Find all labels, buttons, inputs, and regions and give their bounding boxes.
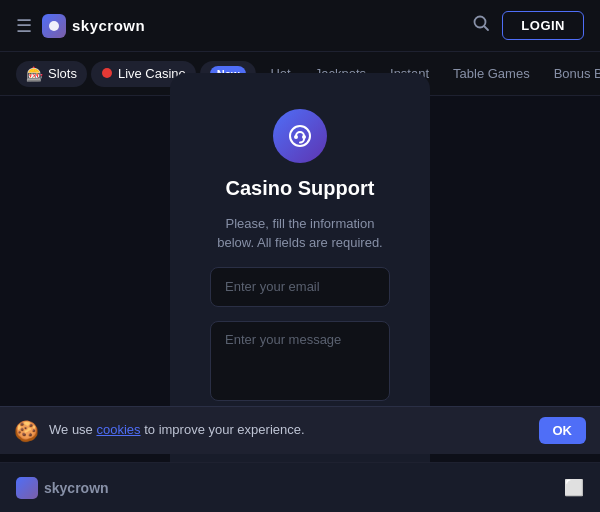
live-casino-icon (101, 66, 113, 82)
slots-icon: 🎰 (26, 66, 43, 82)
svg-point-3 (102, 68, 112, 78)
search-icon[interactable] (472, 14, 490, 37)
cookie-text: We use cookies to improve your experienc… (49, 421, 529, 439)
nav-label-table-games: Table Games (453, 66, 530, 81)
footer-icon: ⬜ (564, 478, 584, 497)
nav-item-table-games[interactable]: Table Games (443, 61, 540, 86)
svg-point-5 (294, 135, 298, 139)
support-title: Casino Support (226, 177, 375, 200)
support-icon (273, 109, 327, 163)
footer-logo-icon (16, 477, 38, 499)
logo-text: skycrown (72, 17, 145, 34)
logo: skycrown (42, 14, 145, 38)
ok-button[interactable]: OK (539, 417, 587, 444)
footer-right: ⬜ (564, 478, 584, 497)
email-field[interactable] (210, 267, 390, 307)
cookie-link[interactable]: cookies (96, 422, 140, 437)
cookie-banner: 🍪 We use cookies to improve your experie… (0, 406, 600, 454)
support-description: Please, fill the information below. All … (210, 214, 390, 253)
login-button[interactable]: LOGIN (502, 11, 584, 40)
cookie-icon: 🍪 (14, 419, 39, 443)
message-field[interactable] (210, 321, 390, 401)
logo-icon (42, 14, 66, 38)
header: ☰ skycrown LOGIN (0, 0, 600, 52)
footer-logo: skycrown (16, 477, 109, 499)
nav-item-slots[interactable]: 🎰 Slots (16, 61, 87, 87)
hamburger-icon[interactable]: ☰ (16, 15, 32, 37)
footer-logo-text: skycrown (44, 480, 109, 496)
nav-item-bonus-buy[interactable]: Bonus Buy (544, 61, 600, 86)
nav-label-bonus-buy: Bonus Buy (554, 66, 600, 81)
svg-line-2 (485, 27, 489, 31)
footer: skycrown ⬜ (0, 462, 600, 512)
nav-label-slots: Slots (48, 66, 77, 81)
header-left: ☰ skycrown (16, 14, 145, 38)
svg-point-0 (49, 21, 59, 31)
header-right: LOGIN (472, 11, 584, 40)
svg-point-1 (475, 17, 486, 28)
